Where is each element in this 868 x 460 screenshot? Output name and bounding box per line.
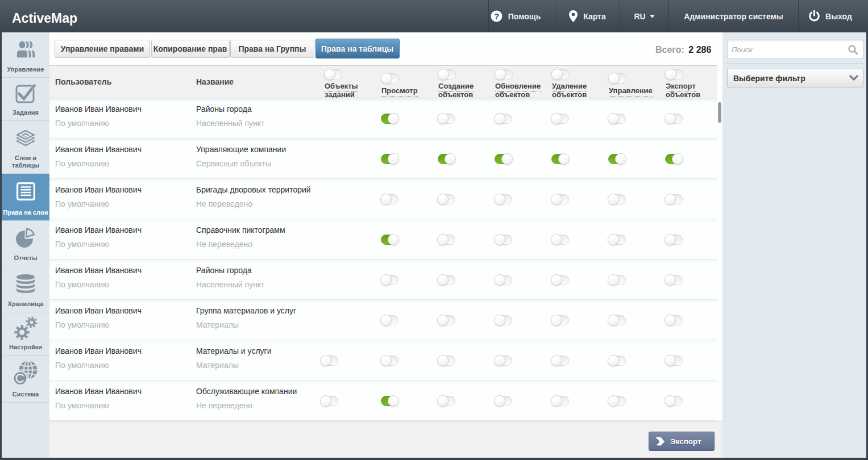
svg-text:?: ? [494,11,499,21]
